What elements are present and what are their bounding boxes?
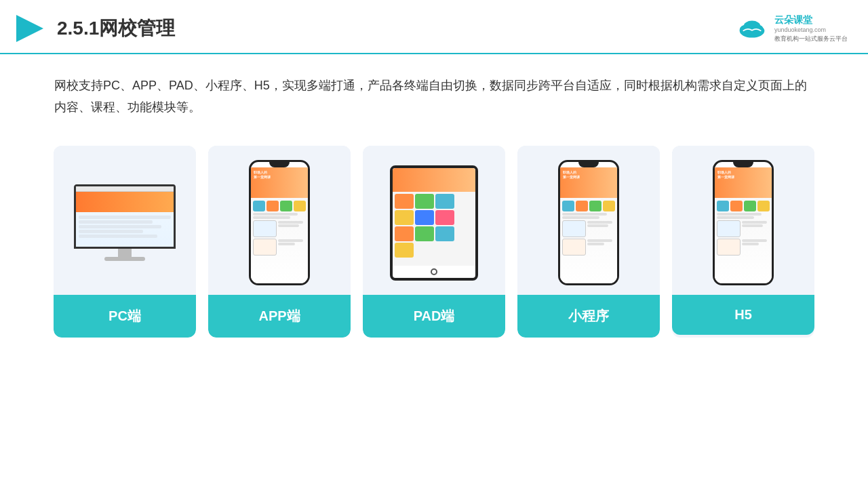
card-app-label: APP端 [208, 295, 351, 338]
card-miniprogram: 职场人的第一堂网课 [517, 146, 660, 338]
h5-phone-mockup: 职场人的第一堂网课 [713, 160, 774, 285]
cards-container: PC端 职场人的第一堂网课 [0, 132, 868, 351]
app-phone-mockup: 职场人的第一堂网课 [249, 160, 310, 285]
header-left: 2.5.1网校管理 [14, 12, 175, 45]
logo-name: 云朵课堂 [774, 14, 848, 26]
card-pad-label: PAD端 [363, 295, 505, 338]
logo-area: 云朵课堂 yunduoketang.com 教育机构一站式服务云平台 [735, 14, 848, 43]
card-pc-label: PC端 [54, 295, 196, 338]
card-pad-image [363, 146, 505, 295]
cloud-logo-icon [735, 14, 769, 41]
card-pc-image [54, 146, 196, 295]
description-text: 网校支持PC、APP、PAD、小程序、H5，实现多端打通，产品各终端自由切换，数… [54, 79, 807, 114]
card-pc: PC端 [54, 146, 196, 338]
logo-tagline: 教育机构一站式服务云平台 [774, 35, 848, 43]
card-h5-label: H5 [672, 295, 814, 335]
logo-text-block: 云朵课堂 yunduoketang.com 教育机构一站式服务云平台 [774, 14, 848, 43]
card-app: 职场人的第一堂网课 [208, 146, 351, 338]
card-pad: PAD端 [363, 146, 505, 338]
header: 2.5.1网校管理 云朵课堂 yunduoketang.com 教育机构一站式服… [0, 0, 868, 54]
miniprogram-phone-mockup: 职场人的第一堂网课 [558, 160, 619, 285]
svg-marker-0 [16, 15, 43, 42]
page-title: 2.5.1网校管理 [57, 16, 175, 41]
play-icon [14, 12, 46, 45]
card-miniprogram-image: 职场人的第一堂网课 [517, 146, 660, 295]
pc-mockup [67, 184, 182, 261]
description: 网校支持PC、APP、PAD、小程序、H5，实现多端打通，产品各终端自由切换，数… [0, 54, 868, 132]
card-h5: 职场人的第一堂网课 [672, 146, 814, 338]
logo-url: yunduoketang.com [774, 26, 848, 33]
card-app-image: 职场人的第一堂网课 [208, 146, 351, 295]
card-miniprogram-label: 小程序 [517, 295, 660, 338]
pad-tablet-mockup [390, 165, 478, 281]
card-h5-image: 职场人的第一堂网课 [672, 146, 814, 295]
